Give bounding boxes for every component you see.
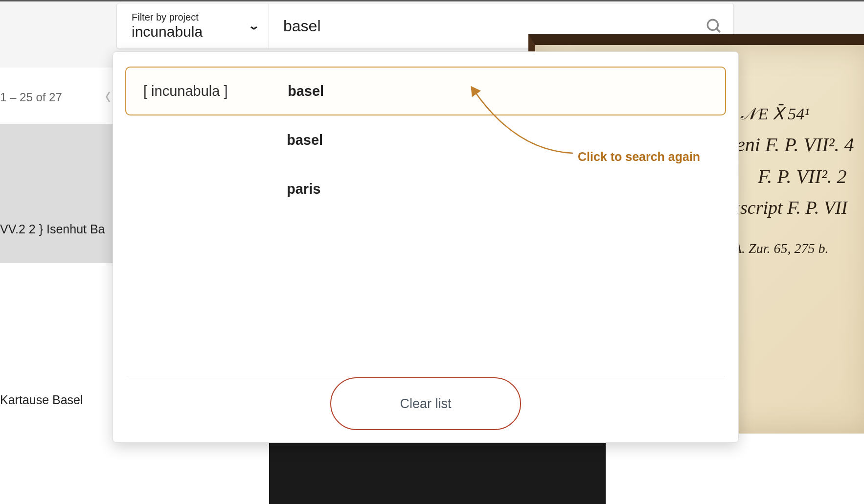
chevron-down-icon: ⌄ (248, 20, 260, 32)
history-term: basel (288, 83, 324, 99)
history-term: paris (287, 181, 320, 197)
result-title: Kartause Basel (0, 393, 83, 407)
clear-list-label: Clear list (400, 396, 451, 412)
results-count: 1 – 25 of 27 (0, 91, 62, 104)
svg-point-0 (707, 20, 718, 30)
search-icon (705, 18, 722, 34)
search-input[interactable] (283, 17, 704, 35)
filter-label: Filter by project (132, 12, 203, 23)
manuscript-line: A. Zur. 65, 275 b. (733, 241, 828, 256)
svg-line-1 (717, 29, 720, 32)
clear-list-button[interactable]: Clear list (330, 377, 521, 430)
filter-value: incunabula (132, 23, 203, 40)
manuscript-line: 𝒩 E X̄ 54¹ (741, 104, 809, 124)
manuscript-line: uscript F. P. VII (731, 197, 847, 218)
history-item[interactable]: basel (125, 115, 726, 164)
search-button[interactable] (704, 16, 724, 36)
project-filter-dropdown[interactable]: Filter by project incunabula ⌄ (117, 3, 269, 48)
search-history-panel: [ incunabula ] basel basel paris Click t… (113, 51, 739, 443)
pager-prev-icon[interactable]: ‹ (105, 81, 111, 110)
result-title: VV.2 2 } Isenhut Ba (0, 222, 105, 236)
manuscript-line: leni F. P. VII². 4 (731, 133, 854, 156)
history-item[interactable]: paris (125, 164, 726, 213)
manuscript-line: F. P. VII². 2 (758, 165, 847, 188)
history-item[interactable]: [ incunabula ] basel (125, 67, 726, 115)
filter-text-wrap: Filter by project incunabula (132, 12, 203, 40)
history-project-scope: [ incunabula ] (143, 83, 288, 99)
history-term: basel (287, 132, 323, 148)
panel-divider (127, 376, 725, 376)
